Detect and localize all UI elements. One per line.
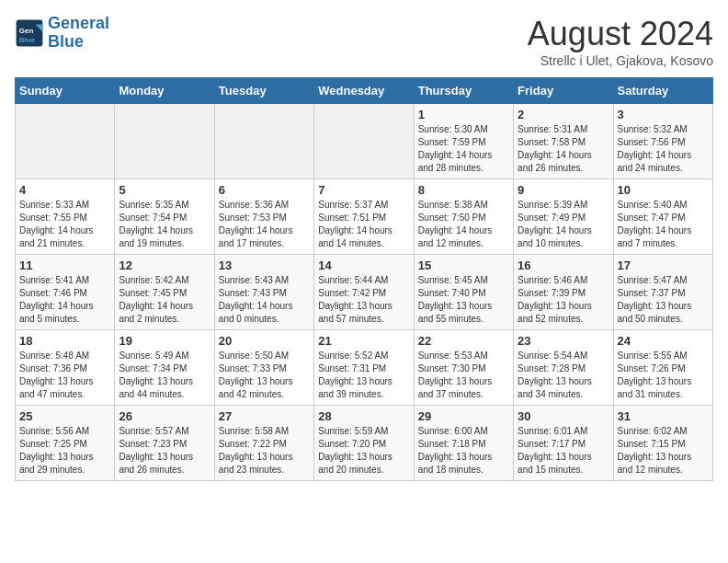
month-title: August 2024 bbox=[528, 15, 713, 53]
day-info: Sunrise: 5:55 AMSunset: 7:26 PMDaylight:… bbox=[618, 350, 709, 401]
week-row-2: 4Sunrise: 5:33 AMSunset: 7:55 PMDaylight… bbox=[16, 179, 713, 255]
day-info: Sunrise: 6:01 AMSunset: 7:17 PMDaylight:… bbox=[518, 425, 609, 477]
weekday-header-sunday: Sunday bbox=[16, 78, 115, 104]
day-number: 2 bbox=[518, 108, 609, 121]
day-number: 20 bbox=[219, 334, 310, 348]
day-info: Sunrise: 5:35 AMSunset: 7:54 PMDaylight:… bbox=[119, 199, 210, 250]
week-row-4: 18Sunrise: 5:48 AMSunset: 7:36 PMDayligh… bbox=[16, 330, 713, 406]
calendar-cell bbox=[115, 104, 214, 179]
day-info: Sunrise: 5:37 AMSunset: 7:51 PMDaylight:… bbox=[318, 199, 409, 250]
day-number: 24 bbox=[618, 334, 709, 348]
calendar-cell bbox=[214, 104, 313, 179]
calendar-cell: 5Sunrise: 5:35 AMSunset: 7:54 PMDaylight… bbox=[115, 179, 214, 255]
day-number: 22 bbox=[418, 334, 509, 348]
calendar-cell: 3Sunrise: 5:32 AMSunset: 7:56 PMDaylight… bbox=[613, 104, 712, 179]
calendar-cell: 19Sunrise: 5:49 AMSunset: 7:34 PMDayligh… bbox=[115, 330, 214, 406]
day-info: Sunrise: 5:32 AMSunset: 7:56 PMDaylight:… bbox=[618, 123, 709, 175]
day-info: Sunrise: 5:40 AMSunset: 7:47 PMDaylight:… bbox=[618, 199, 709, 250]
day-info: Sunrise: 5:52 AMSunset: 7:31 PMDaylight:… bbox=[318, 350, 409, 401]
day-number: 21 bbox=[318, 334, 409, 348]
day-info: Sunrise: 5:49 AMSunset: 7:34 PMDaylight:… bbox=[119, 350, 210, 401]
calendar-cell: 28Sunrise: 5:59 AMSunset: 7:20 PMDayligh… bbox=[314, 406, 414, 481]
day-number: 13 bbox=[219, 259, 310, 272]
day-info: Sunrise: 5:42 AMSunset: 7:45 PMDaylight:… bbox=[119, 274, 210, 326]
day-info: Sunrise: 5:46 AMSunset: 7:39 PMDaylight:… bbox=[518, 274, 609, 326]
weekday-header-wednesday: Wednesday bbox=[314, 78, 414, 104]
day-info: Sunrise: 5:58 AMSunset: 7:22 PMDaylight:… bbox=[219, 425, 310, 477]
week-row-1: 1Sunrise: 5:30 AMSunset: 7:59 PMDaylight… bbox=[16, 104, 713, 179]
day-number: 8 bbox=[418, 183, 509, 197]
weekday-header-friday: Friday bbox=[514, 78, 613, 104]
calendar-cell: 13Sunrise: 5:43 AMSunset: 7:43 PMDayligh… bbox=[214, 255, 313, 330]
day-number: 25 bbox=[19, 409, 110, 423]
logo: Gen Blue General Blue bbox=[15, 15, 109, 52]
day-number: 15 bbox=[418, 259, 509, 272]
day-info: Sunrise: 6:02 AMSunset: 7:15 PMDaylight:… bbox=[618, 425, 709, 477]
day-info: Sunrise: 5:44 AMSunset: 7:42 PMDaylight:… bbox=[318, 274, 409, 326]
calendar-cell: 6Sunrise: 5:36 AMSunset: 7:53 PMDaylight… bbox=[214, 179, 313, 255]
calendar-cell: 25Sunrise: 5:56 AMSunset: 7:25 PMDayligh… bbox=[16, 406, 115, 481]
day-number: 4 bbox=[19, 183, 110, 197]
weekday-header-thursday: Thursday bbox=[414, 78, 513, 104]
calendar-cell: 9Sunrise: 5:39 AMSunset: 7:49 PMDaylight… bbox=[514, 179, 613, 255]
svg-text:Gen: Gen bbox=[19, 27, 34, 35]
day-number: 9 bbox=[518, 183, 609, 197]
day-info: Sunrise: 5:56 AMSunset: 7:25 PMDaylight:… bbox=[19, 425, 110, 477]
weekday-header-saturday: Saturday bbox=[613, 78, 712, 104]
calendar-cell bbox=[314, 104, 414, 179]
day-number: 30 bbox=[518, 409, 609, 423]
calendar-cell: 2Sunrise: 5:31 AMSunset: 7:58 PMDaylight… bbox=[514, 104, 613, 179]
calendar-cell: 24Sunrise: 5:55 AMSunset: 7:26 PMDayligh… bbox=[613, 330, 712, 406]
location: Strellc i Ulet, Gjakova, Kosovo bbox=[528, 53, 713, 68]
calendar-cell: 12Sunrise: 5:42 AMSunset: 7:45 PMDayligh… bbox=[115, 255, 214, 330]
day-number: 23 bbox=[518, 334, 609, 348]
day-number: 29 bbox=[418, 409, 509, 423]
week-row-3: 11Sunrise: 5:41 AMSunset: 7:46 PMDayligh… bbox=[16, 255, 713, 330]
logo-text: General Blue bbox=[48, 15, 109, 52]
day-number: 5 bbox=[119, 183, 210, 197]
day-info: Sunrise: 5:30 AMSunset: 7:59 PMDaylight:… bbox=[418, 123, 509, 175]
calendar-cell: 22Sunrise: 5:53 AMSunset: 7:30 PMDayligh… bbox=[414, 330, 513, 406]
day-number: 31 bbox=[618, 409, 709, 423]
calendar-cell: 17Sunrise: 5:47 AMSunset: 7:37 PMDayligh… bbox=[613, 255, 712, 330]
day-number: 17 bbox=[618, 259, 709, 272]
day-info: Sunrise: 5:54 AMSunset: 7:28 PMDaylight:… bbox=[518, 350, 609, 401]
day-info: Sunrise: 5:50 AMSunset: 7:33 PMDaylight:… bbox=[219, 350, 310, 401]
calendar-cell: 30Sunrise: 6:01 AMSunset: 7:17 PMDayligh… bbox=[514, 406, 613, 481]
calendar-cell: 7Sunrise: 5:37 AMSunset: 7:51 PMDaylight… bbox=[314, 179, 414, 255]
calendar-cell: 16Sunrise: 5:46 AMSunset: 7:39 PMDayligh… bbox=[514, 255, 613, 330]
day-number: 28 bbox=[318, 409, 409, 423]
day-number: 18 bbox=[19, 334, 110, 348]
calendar-cell: 14Sunrise: 5:44 AMSunset: 7:42 PMDayligh… bbox=[314, 255, 414, 330]
day-info: Sunrise: 6:00 AMSunset: 7:18 PMDaylight:… bbox=[418, 425, 509, 477]
day-info: Sunrise: 5:31 AMSunset: 7:58 PMDaylight:… bbox=[518, 123, 609, 175]
calendar-cell: 29Sunrise: 6:00 AMSunset: 7:18 PMDayligh… bbox=[414, 406, 513, 481]
week-row-5: 25Sunrise: 5:56 AMSunset: 7:25 PMDayligh… bbox=[16, 406, 713, 481]
day-info: Sunrise: 5:57 AMSunset: 7:23 PMDaylight:… bbox=[119, 425, 210, 477]
day-number: 6 bbox=[219, 183, 310, 197]
calendar-cell: 21Sunrise: 5:52 AMSunset: 7:31 PMDayligh… bbox=[314, 330, 414, 406]
logo-icon: Gen Blue bbox=[15, 18, 44, 48]
calendar-cell: 27Sunrise: 5:58 AMSunset: 7:22 PMDayligh… bbox=[214, 406, 313, 481]
calendar-cell: 31Sunrise: 6:02 AMSunset: 7:15 PMDayligh… bbox=[613, 406, 712, 481]
day-number: 26 bbox=[119, 409, 210, 423]
day-number: 1 bbox=[418, 108, 509, 121]
page-header: Gen Blue General Blue August 2024 Strell… bbox=[15, 15, 713, 68]
day-number: 3 bbox=[618, 108, 709, 121]
day-number: 27 bbox=[219, 409, 310, 423]
day-info: Sunrise: 5:33 AMSunset: 7:55 PMDaylight:… bbox=[19, 199, 110, 250]
calendar-cell: 8Sunrise: 5:38 AMSunset: 7:50 PMDaylight… bbox=[414, 179, 513, 255]
day-info: Sunrise: 5:38 AMSunset: 7:50 PMDaylight:… bbox=[418, 199, 509, 250]
title-block: August 2024 Strellc i Ulet, Gjakova, Kos… bbox=[528, 15, 713, 68]
day-info: Sunrise: 5:59 AMSunset: 7:20 PMDaylight:… bbox=[318, 425, 409, 477]
day-info: Sunrise: 5:36 AMSunset: 7:53 PMDaylight:… bbox=[219, 199, 310, 250]
calendar-cell bbox=[16, 104, 115, 179]
calendar-cell: 23Sunrise: 5:54 AMSunset: 7:28 PMDayligh… bbox=[514, 330, 613, 406]
day-info: Sunrise: 5:39 AMSunset: 7:49 PMDaylight:… bbox=[518, 199, 609, 250]
day-number: 16 bbox=[518, 259, 609, 272]
day-number: 7 bbox=[318, 183, 409, 197]
day-info: Sunrise: 5:48 AMSunset: 7:36 PMDaylight:… bbox=[19, 350, 110, 401]
weekday-header-monday: Monday bbox=[115, 78, 214, 104]
day-number: 14 bbox=[318, 259, 409, 272]
svg-text:Blue: Blue bbox=[19, 35, 36, 43]
